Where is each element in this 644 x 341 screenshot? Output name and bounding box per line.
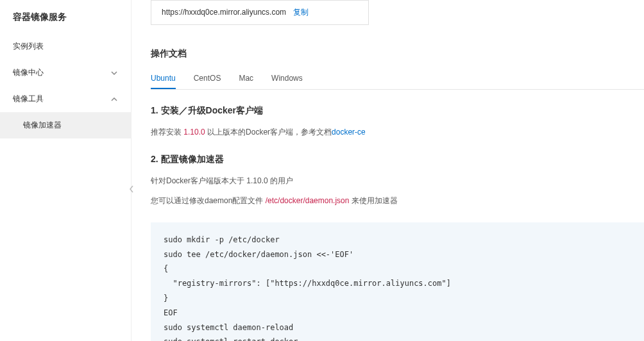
sidebar: 容器镜像服务 实例列表 镜像中心 镜像工具 镜像加速器 <box>0 0 131 341</box>
section1-heading: 1. 安装／升级Docker客户端 <box>151 105 644 117</box>
tab-windows[interactable]: Windows <box>271 69 303 89</box>
sidebar-collapse-handle[interactable] <box>127 179 136 199</box>
section2-line1: 针对Docker客户端版本大于 1.10.0 的用户 <box>151 174 644 188</box>
sidebar-item-instances[interactable]: 实例列表 <box>0 33 131 60</box>
code-block: sudo mkdir -p /etc/docker sudo tee /etc/… <box>151 222 644 341</box>
mirror-url: https://hxxdq0ce.mirror.aliyuncs.com <box>162 8 286 17</box>
sidebar-item-mirror-accelerator[interactable]: 镜像加速器 <box>0 112 131 138</box>
tab-mac[interactable]: Mac <box>239 69 253 89</box>
docker-ce-link[interactable]: docker-ce <box>332 128 366 137</box>
version-text: 1.10.0 <box>183 128 205 137</box>
tab-centos[interactable]: CentOS <box>194 69 221 89</box>
chevron-up-icon <box>110 96 118 103</box>
main-content: https://hxxdq0ce.mirror.aliyuncs.com 复制 … <box>131 0 644 341</box>
sidebar-item-label: 实例列表 <box>13 41 44 52</box>
sidebar-item-label: 镜像工具 <box>13 94 44 104</box>
sidebar-item-label: 镜像加速器 <box>23 120 62 131</box>
section2-line2: 您可以通过修改daemon配置文件 /etc/docker/daemon.jso… <box>151 194 644 208</box>
config-path: /etc/docker/daemon.json <box>266 196 350 205</box>
mirror-url-box: https://hxxdq0ce.mirror.aliyuncs.com 复制 <box>151 0 369 25</box>
copy-link[interactable]: 复制 <box>293 8 309 17</box>
sidebar-item-label: 镜像中心 <box>13 67 44 78</box>
chevron-down-icon <box>110 69 118 77</box>
sidebar-item-image-tools[interactable]: 镜像工具 <box>0 86 131 112</box>
sidebar-item-image-center[interactable]: 镜像中心 <box>0 60 131 86</box>
section1-text: 推荐安装 1.10.0 以上版本的Docker客户端，参考文档docker-ce <box>151 126 644 140</box>
doc-tabs: Ubuntu CentOS Mac Windows <box>151 69 644 90</box>
doc-title: 操作文档 <box>151 48 644 60</box>
section2-heading: 2. 配置镜像加速器 <box>151 154 644 165</box>
tab-ubuntu[interactable]: Ubuntu <box>151 69 176 89</box>
sidebar-title: 容器镜像服务 <box>0 0 131 33</box>
